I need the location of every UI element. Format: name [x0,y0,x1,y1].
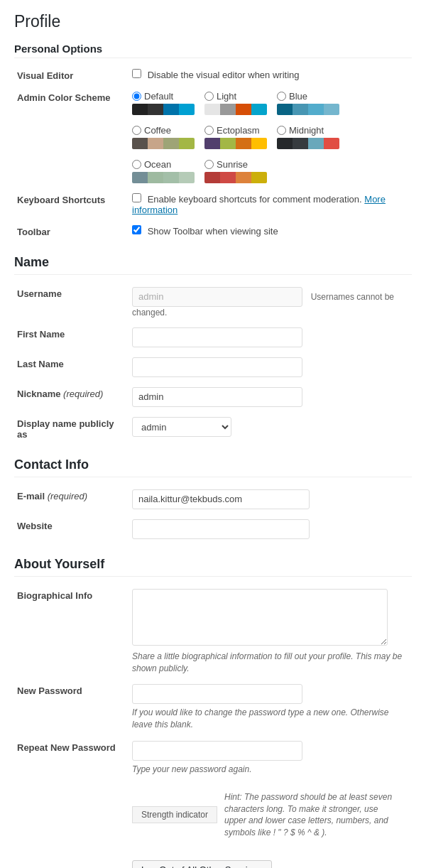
toolbar-checkbox[interactable] [132,225,141,234]
keyboard-shortcuts-row: Keyboard Shortcuts Enable keyboard short… [14,188,412,220]
website-input[interactable] [132,519,310,539]
logout-row: Log Out of All Other Sessions Left your … [14,850,412,868]
color-scheme-coffee-radio[interactable] [132,126,141,135]
color-scheme-coffee-label[interactable]: Coffee [132,125,171,136]
color-scheme-blue-text: Blue [289,91,307,102]
color-scheme-default-label[interactable]: Default [132,91,173,102]
swatch-color-3 [308,138,324,149]
color-schemes-container: Default Light [132,91,409,183]
color-swatch-blue [277,104,339,115]
display-name-label: Display name publicly as [14,412,128,445]
strength-field: Strength indicator Hint: The password sh… [128,781,412,850]
color-scheme-light-label[interactable]: Light [204,91,236,102]
toolbar-checkbox-label[interactable]: Show Toolbar when viewing site [132,226,278,237]
swatch-color-4 [251,172,267,183]
swatch-color-1 [204,172,220,183]
color-scheme-ocean-label[interactable]: Ocean [132,159,171,170]
color-scheme-sunrise: Sunrise [204,159,267,183]
nickname-input[interactable] [132,387,302,407]
page-title: Profile [14,11,412,33]
color-scheme-light-text: Light [217,91,236,102]
keyboard-shortcuts-checkbox[interactable] [132,193,141,202]
swatch-color-2 [220,172,236,183]
color-scheme-sunrise-label[interactable]: Sunrise [204,159,248,170]
swatch-color-4 [324,138,339,149]
color-scheme-light-radio[interactable] [204,92,214,101]
color-scheme-ocean: Ocean [132,159,195,183]
color-scheme-ocean-radio[interactable] [132,160,141,169]
color-scheme-default-radio[interactable] [132,92,141,101]
logout-field: Log Out of All Other Sessions Left your … [128,850,412,868]
strength-box: Strength indicator [132,806,217,823]
email-input[interactable] [132,489,310,509]
color-scheme-blue-label[interactable]: Blue [277,91,307,102]
name-section-heading: Name [14,255,412,275]
display-name-field: admin [128,412,412,445]
visual-editor-checkbox-label[interactable]: Disable the visual editor when writing [132,70,300,80]
bio-textarea[interactable] [132,589,388,646]
color-scheme-ectoplasm-radio[interactable] [204,126,214,135]
color-scheme-blue-radio[interactable] [277,92,286,101]
color-scheme-blue: Blue [277,91,339,115]
nickname-field [128,382,412,412]
visual-editor-checkbox[interactable] [132,69,141,78]
color-scheme-midnight: Midnight [277,125,339,149]
name-table: Username Usernames cannot be changed. Fi… [14,282,412,445]
repeat-password-input[interactable] [132,741,302,761]
username-input[interactable] [132,287,302,307]
toolbar-checkbox-text: Show Toolbar when viewing site [148,226,278,237]
swatch-color-1 [132,138,148,149]
swatch-color-2 [148,138,163,149]
swatch-color-3 [236,172,251,183]
swatch-color-2 [148,172,163,183]
color-scheme-midnight-radio[interactable] [277,126,286,135]
last-name-input[interactable] [132,357,302,377]
swatch-color-4 [324,104,339,115]
color-scheme-midnight-text: Midnight [289,125,324,136]
swatch-color-2 [220,138,236,149]
repeat-password-hint: Type your new password again. [132,764,409,776]
strength-hint: Hint: The password should be at least se… [224,791,402,839]
logout-button[interactable]: Log Out of All Other Sessions [132,860,272,868]
swatch-color-3 [236,104,251,115]
swatch-color-1 [204,138,220,149]
new-password-row: New Password If you would like to change… [14,679,412,736]
bio-row: Biographical Info Share a little biograp… [14,584,412,680]
color-scheme-default-text: Default [144,91,173,102]
color-scheme-sunrise-radio[interactable] [204,160,214,169]
username-field: Usernames cannot be changed. [128,282,412,322]
display-name-select[interactable]: admin [132,417,231,437]
website-label: Website [14,514,128,544]
bio-label: Biographical Info [14,584,128,680]
swatch-color-1 [277,104,293,115]
email-row: E-mail (required) [14,484,412,514]
username-row: Username Usernames cannot be changed. [14,282,412,322]
swatch-color-4 [179,104,195,115]
new-password-input[interactable] [132,684,302,704]
keyboard-shortcuts-checkbox-text: Enable keyboard shortcuts for comment mo… [148,194,362,205]
swatch-color-4 [251,104,267,115]
email-field [128,484,412,514]
swatch-color-4 [179,172,195,183]
strength-container: Strength indicator Hint: The password sh… [132,791,409,839]
last-name-row: Last Name [14,352,412,382]
color-scheme-light: Light [204,91,267,115]
about-section-heading: About Yourself [14,557,412,577]
personal-options-table: Visual Editor Disable the visual editor … [14,64,412,242]
color-scheme-midnight-label[interactable]: Midnight [277,125,324,136]
first-name-input[interactable] [132,327,302,347]
contact-info-section-heading: Contact Info [14,457,412,477]
personal-options-heading: Personal Options [14,43,412,55]
keyboard-shortcuts-checkbox-label[interactable]: Enable keyboard shortcuts for comment mo… [132,194,364,205]
new-password-hint: If you would like to change the password… [132,707,409,731]
color-scheme-ectoplasm: Ectoplasm [204,125,267,149]
toolbar-field: Show Toolbar when viewing site [128,220,412,242]
strength-indicator-label: Strength indicator [141,810,208,820]
email-required: (required) [48,491,87,501]
visual-editor-row: Visual Editor Disable the visual editor … [14,64,412,86]
nickname-required: (required) [63,389,103,399]
color-scheme-ectoplasm-text: Ectoplasm [217,125,260,136]
new-password-label: New Password [14,679,128,736]
admin-color-scheme-label: Admin Color Scheme [14,86,128,188]
color-scheme-ectoplasm-label[interactable]: Ectoplasm [204,125,260,136]
